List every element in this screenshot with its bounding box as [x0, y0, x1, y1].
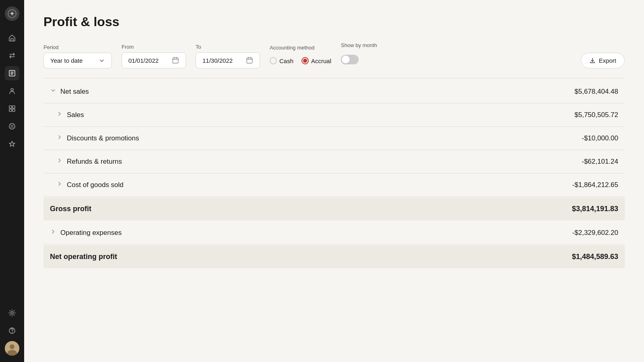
row-label-operating-expenses: Operating expenses	[50, 228, 572, 237]
row-value-cogs: -$1,864,212.65	[572, 181, 618, 189]
period-dropdown[interactable]: Year to date	[43, 53, 112, 68]
svg-rect-5	[12, 106, 15, 108]
chevron-right-icon	[50, 228, 56, 237]
apps-icon[interactable]	[5, 137, 19, 151]
user-avatar[interactable]	[5, 341, 19, 356]
calendar-icon	[246, 57, 253, 64]
row-label-refunds: Refunds & returns	[56, 157, 582, 166]
chevron-down-icon	[99, 58, 105, 64]
report-row[interactable]: Discounts & promotions-$10,000.00	[43, 127, 625, 150]
main-content: Profit & loss Period Year to date From 0…	[24, 0, 644, 362]
cash-radio[interactable]: Cash	[270, 57, 293, 64]
accrual-radio-circle	[301, 57, 309, 64]
report-table: Net sales$5,678,404.48Sales$5,750,505.72…	[43, 80, 625, 268]
svg-rect-4	[9, 106, 12, 108]
show-by-month-control: Show by month	[341, 42, 377, 68]
accounting-method-label: Accounting method	[270, 45, 331, 51]
show-by-month-toggle[interactable]	[341, 55, 359, 64]
row-value-operating-expenses: -$2,329,602.20	[572, 229, 618, 237]
products-icon[interactable]	[5, 101, 19, 116]
svg-rect-16	[247, 58, 252, 63]
from-control: From 01/01/2022	[122, 44, 186, 68]
export-label: Export	[599, 57, 616, 64]
accrual-radio[interactable]: Accrual	[301, 57, 331, 64]
to-label: To	[196, 44, 260, 50]
report-row[interactable]: Operating expenses-$2,329,602.20	[43, 221, 625, 245]
home-icon[interactable]	[5, 31, 19, 45]
show-by-month-label: Show by month	[341, 42, 377, 48]
page-title: Profit & loss	[43, 14, 625, 29]
from-date-input[interactable]: 01/01/2022	[122, 52, 186, 68]
period-control: Period Year to date	[43, 44, 112, 68]
contacts-icon[interactable]	[5, 84, 19, 98]
chevron-down-icon	[50, 87, 56, 96]
to-date-input[interactable]: 11/30/2022	[196, 52, 260, 68]
row-value-refunds: -$62,101.24	[582, 158, 618, 166]
svg-point-9	[11, 312, 13, 314]
row-label-cogs: Cost of goods sold	[56, 181, 572, 189]
help-icon[interactable]	[5, 323, 19, 338]
row-value-net-operating-profit: $1,484,589.63	[572, 253, 618, 261]
chevron-right-icon	[56, 181, 63, 189]
svg-rect-15	[173, 58, 178, 63]
export-icon	[589, 58, 596, 64]
svg-point-13	[10, 344, 14, 349]
report-row[interactable]: Net sales$5,678,404.48	[43, 80, 625, 103]
svg-rect-7	[12, 109, 15, 111]
header-divider	[43, 78, 625, 78]
to-date-value: 11/30/2022	[202, 57, 242, 64]
period-label: Period	[43, 44, 112, 50]
discounts-icon[interactable]	[5, 119, 19, 134]
cash-label: Cash	[279, 58, 293, 64]
row-value-net-sales: $5,678,404.48	[574, 88, 618, 96]
radio-group: Cash Accrual	[270, 53, 331, 68]
show-by-month-toggle-container	[341, 51, 377, 68]
row-label-net-operating-profit: Net operating profit	[50, 253, 572, 261]
period-value: Year to date	[50, 57, 83, 64]
accounting-method-control: Accounting method Cash Accrual	[270, 45, 331, 68]
row-label-gross-profit: Gross profit	[50, 205, 572, 213]
row-label-discounts: Discounts & promotions	[56, 134, 582, 142]
row-label-net-sales: Net sales	[50, 87, 574, 96]
settings-icon[interactable]	[5, 306, 19, 320]
report-row[interactable]: Sales$5,750,505.72	[43, 103, 625, 127]
report-row: Gross profit$3,814,191.83	[43, 197, 625, 220]
cash-radio-circle	[270, 57, 277, 64]
row-value-gross-profit: $3,814,191.83	[572, 205, 618, 213]
controls-row: Period Year to date From 01/01/2022	[43, 42, 625, 68]
svg-text:✦: ✦	[10, 10, 14, 17]
report-row: Net operating profit$1,484,589.63	[43, 245, 625, 268]
report-row[interactable]: Refunds & returns-$62,101.24	[43, 150, 625, 173]
accrual-label: Accrual	[311, 58, 331, 64]
row-value-sales: $5,750,505.72	[574, 111, 618, 119]
reports-icon[interactable]	[5, 66, 19, 80]
from-date-value: 01/01/2022	[128, 57, 168, 64]
sidebar: ✦	[0, 0, 24, 362]
calendar-icon	[172, 57, 179, 64]
transactions-icon[interactable]	[5, 48, 19, 63]
app-logo[interactable]: ✦	[5, 6, 19, 21]
row-label-sales: Sales	[56, 111, 574, 119]
export-button[interactable]: Export	[581, 53, 625, 68]
chevron-right-icon	[56, 134, 63, 142]
svg-point-11	[12, 332, 12, 333]
to-control: To 11/30/2022	[196, 44, 260, 68]
from-label: From	[122, 44, 186, 50]
report-row[interactable]: Cost of goods sold-$1,864,212.65	[43, 173, 625, 197]
chevron-right-icon	[56, 157, 63, 166]
row-value-discounts: -$10,000.00	[582, 134, 618, 142]
svg-point-3	[11, 88, 13, 91]
chevron-right-icon	[56, 111, 63, 119]
svg-rect-6	[9, 109, 12, 111]
